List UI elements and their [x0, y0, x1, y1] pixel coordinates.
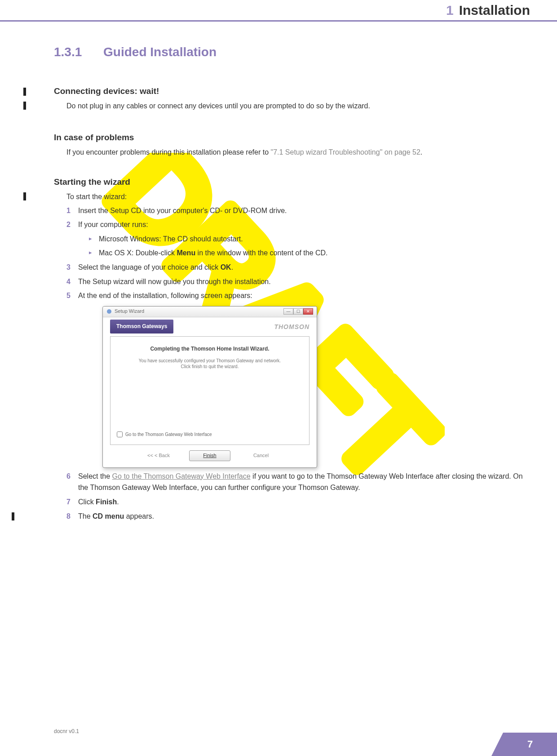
wizard-checkbox-row[interactable]: Go to the Thomson Gateway Web Interface [117, 431, 212, 438]
substep-windows: Microsoft Windows: The CD should autosta… [89, 233, 530, 245]
text-problems: If you encounter problems during this in… [66, 147, 530, 157]
cancel-button: Cancel [240, 450, 282, 461]
step-5: 5 At the end of the installation, follow… [66, 290, 530, 468]
step-6: 6 Select the Go to the Thomson Gateway W… [66, 471, 530, 494]
wizard-button-row: << < Back Finish Cancel [103, 450, 317, 467]
wizard-window-title: Setup Wizard [115, 307, 144, 316]
back-button: << < Back [138, 450, 179, 461]
page-number-box: 7 [503, 733, 557, 756]
crossref-link[interactable]: "7.1 Setup wizard Troubleshooting" on pa… [270, 148, 420, 156]
heading-connecting: Connecting devices: wait! [54, 86, 530, 96]
svg-point-1 [107, 309, 111, 314]
goto-web-interface-checkbox[interactable] [117, 431, 123, 437]
wizard-checkbox-label: Go to the Thomson Gateway Web Interface [125, 431, 212, 438]
heading-starting: Starting the wizard [54, 177, 530, 187]
chapter-title: Installation [459, 3, 530, 18]
revision-mark-icon [12, 512, 14, 520]
page-number: 7 [527, 738, 533, 750]
wizard-body: Completing the Thomson Home Install Wiza… [110, 336, 309, 445]
revision-mark-icon [23, 102, 26, 110]
close-button[interactable]: ✕ [303, 308, 313, 315]
doc-version: docnr v0.1 [54, 728, 79, 734]
section-heading: 1.3.1 Guided Installation [54, 45, 530, 59]
ordered-steps: 1 Insert the Setup CD into your computer… [66, 205, 530, 522]
substep-mac: Mac OS X: Double-click Menu in the windo… [89, 247, 530, 259]
step-4: 4 The Setup wizard will now guide you th… [66, 276, 530, 288]
step-8: 8 The CD menu appears. [66, 511, 530, 522]
revision-mark-icon [23, 192, 26, 200]
heading-problems: In case of problems [54, 133, 530, 142]
web-interface-link[interactable]: Go to the Thomson Gateway Web Interface [112, 472, 251, 480]
step-7: 7 Click Finish. [66, 496, 530, 508]
page-footer: docnr v0.1 7 [0, 729, 557, 756]
finish-button[interactable]: Finish [189, 450, 230, 461]
section-title: Guided Installation [103, 45, 217, 59]
maximize-button[interactable]: ☐ [293, 308, 303, 315]
text-connecting: Do not plug in any cables or connect any… [66, 101, 530, 111]
wizard-banner: Thomson Gateways THOMSON [103, 317, 317, 336]
step-1: 1 Insert the Setup CD into your computer… [66, 205, 530, 217]
text-starting-intro: To start the wizard: [66, 191, 530, 202]
step-3: 3 Select the language of your choice and… [66, 262, 530, 273]
revision-mark-icon [23, 88, 26, 96]
wizard-titlebar: Setup Wizard — ☐ ✕ [103, 307, 317, 317]
wizard-sub-text: You have successfully configured your Th… [116, 358, 304, 369]
sub-steps: Microsoft Windows: The CD should autosta… [89, 233, 530, 259]
wizard-screenshot: Setup Wizard — ☐ ✕ Thomson Gateways THOM… [102, 306, 317, 468]
thomson-logo: THOMSON [274, 322, 309, 332]
page-header: 1 Installation [0, 0, 557, 22]
wizard-pill: Thomson Gateways [110, 320, 173, 334]
chapter-number: 1 [446, 3, 454, 18]
wizard-main-text: Completing the Thomson Home Install Wiza… [116, 345, 304, 353]
wizard-app-icon [106, 309, 112, 314]
minimize-button[interactable]: — [283, 308, 293, 315]
page-content: 1.3.1 Guided Installation Connecting dev… [54, 45, 530, 522]
step-2: 2 If your computer runs: Microsoft Windo… [66, 219, 530, 259]
section-number: 1.3.1 [54, 45, 82, 59]
